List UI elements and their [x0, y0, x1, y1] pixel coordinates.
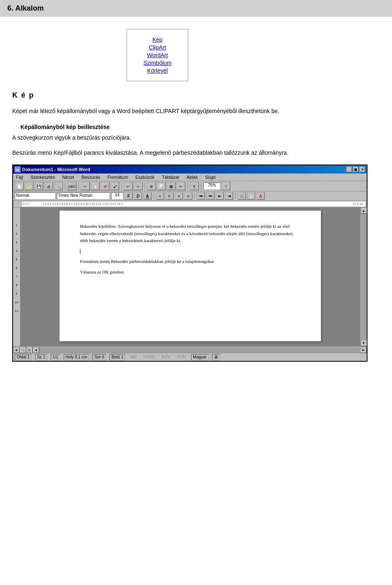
bottom-scrollbar: ■ □ ⊡ ◄ ►: [13, 346, 367, 353]
word-icon: W: [15, 167, 20, 172]
status-sz: Sz 1: [35, 354, 47, 360]
menu-nezet[interactable]: Nézet: [61, 174, 76, 180]
menu-formatum[interactable]: Formátum: [106, 174, 129, 180]
format-painter-button[interactable]: 🖌: [110, 182, 119, 190]
step1-text: A szövegkurzort vigyük a beszúrás pozíci…: [12, 133, 380, 142]
spell-check-button[interactable]: ABC: [67, 182, 76, 190]
menu-szerkesztes[interactable]: Szerkesztés: [29, 174, 56, 180]
menu-fajl[interactable]: Fájl: [15, 174, 24, 180]
status-hely: Hely 8,1 cm: [64, 354, 89, 360]
horizontal-ruler: ·2·1·1· 1·1·2·1·3·1·4·1·5·1·6·1·7·1·8·1·…: [13, 201, 367, 207]
paste-button[interactable]: 📌: [100, 182, 109, 190]
cursor: [80, 249, 80, 254]
print-preview-button[interactable]: 🔍: [54, 182, 63, 190]
decrease-indent-button[interactable]: ⇤: [216, 192, 224, 200]
numbering-button[interactable]: ≔: [197, 192, 205, 200]
italic-button[interactable]: D: [134, 192, 142, 200]
web-view-button[interactable]: ⊡: [26, 347, 33, 353]
fmt-sep-1: [154, 193, 154, 199]
align-left-button[interactable]: ≡: [156, 192, 164, 200]
align-right-button[interactable]: ≡: [175, 192, 183, 200]
undo-button[interactable]: ↩: [124, 182, 133, 190]
menu-kep[interactable]: Kép: [143, 36, 172, 43]
highlight-button[interactable]: ▲: [247, 192, 255, 200]
menu-beszuras[interactable]: Beszúrás: [80, 174, 101, 180]
word-menu-bar: Fájl Szerkesztés Nézet Beszúrás Formátum…: [13, 173, 367, 181]
cut-button[interactable]: ✂: [81, 182, 90, 190]
normal-view-button[interactable]: ■: [13, 347, 20, 353]
page-view-button[interactable]: □: [20, 347, 26, 353]
doc-area: 1 2 3 4 5 6 7 8 9 10 11 Bekezdés kijelöl…: [13, 207, 367, 346]
new-button[interactable]: 📄: [15, 182, 24, 190]
status-oldal: Oldal 1: [15, 354, 32, 360]
menu-clipart[interactable]: ClipArt: [143, 44, 172, 51]
maximize-button[interactable]: ▣: [353, 167, 359, 172]
drawing-button[interactable]: ✏: [176, 182, 185, 190]
save-button[interactable]: 💾: [34, 182, 43, 190]
menu-szimbolum[interactable]: Szimbólum: [143, 60, 172, 66]
main-content: Kép ClipArt WordArt Szimbólum Körlevél K…: [0, 17, 392, 374]
ruler-inner: ·2·1·1· 1·1·2·1·3·1·4·1·5·1·6·1·7·1·8·1·…: [22, 202, 365, 207]
status-indicator: 🖥: [212, 354, 220, 360]
menu-eszkozok[interactable]: Eszközök: [134, 174, 156, 180]
print-button[interactable]: 🖨: [44, 182, 53, 190]
bold-button[interactable]: F: [125, 192, 133, 200]
status-atir: ÁTÍR: [175, 354, 188, 360]
font-size-dropdown[interactable]: 14: [111, 192, 123, 200]
status-bov: BŐV: [160, 354, 172, 360]
justify-button[interactable]: ≡: [184, 192, 192, 200]
h-scroll-track[interactable]: [39, 347, 360, 353]
title-bar-buttons: _ ▣ ✕: [346, 167, 365, 172]
underline-button[interactable]: A: [143, 192, 151, 200]
menu-tablazat[interactable]: Táblázat: [160, 174, 180, 180]
border-button[interactable]: □: [238, 192, 246, 200]
increase-indent-button[interactable]: ⇥: [225, 192, 233, 200]
redo-button[interactable]: ↪: [134, 182, 143, 190]
fmt-sep-3: [235, 193, 236, 199]
toolbar-sep-1: [65, 182, 65, 190]
status-sor: Sor 6: [92, 354, 106, 360]
style-dropdown[interactable]: Normál: [15, 192, 56, 200]
word-window: W Dokumentum1 - Microsoft Word _ ▣ ✕ Fáj…: [12, 165, 368, 362]
fmt-sep-2: [194, 193, 195, 199]
doc-page: Bekezdés kijelölése: Szövegkurzort helye…: [60, 211, 321, 341]
toolbar-sep-4: [145, 182, 145, 190]
left-ruler: 1 2 3 4 5 6 7 8 9 10 11: [13, 207, 20, 346]
show-para-button[interactable]: ¶: [190, 182, 199, 190]
columns-button[interactable]: ▦: [167, 182, 176, 190]
scroll-right-button[interactable]: ►: [360, 347, 367, 353]
help-button[interactable]: ?: [221, 182, 230, 190]
scroll-left-button[interactable]: ◄: [33, 347, 39, 353]
align-center-button[interactable]: ≡: [165, 192, 174, 200]
menu-ablak[interactable]: Ablak: [185, 174, 199, 180]
insert-excel-button[interactable]: 📊: [157, 182, 166, 190]
font-color-button[interactable]: A: [256, 192, 265, 200]
menu-wordart[interactable]: WordArt: [143, 52, 172, 58]
page-header: 6. Alkalom: [0, 0, 392, 17]
section-heading: K é p: [12, 91, 380, 100]
doc-paragraph-3: Válassza az OK gombot.: [80, 269, 301, 276]
status-korr: KORR: [142, 354, 157, 360]
bullets-button[interactable]: ≔: [206, 192, 214, 200]
close-button[interactable]: ✕: [359, 167, 365, 172]
copy-button[interactable]: 📋: [91, 182, 100, 190]
doc-paragraph-2: Formátum menü Bekezdés párbeszédablakban…: [80, 258, 301, 265]
zoom-control[interactable]: 75%: [203, 182, 220, 190]
page-title: 6. Alkalom: [7, 4, 385, 13]
menu-korlevel[interactable]: Körlevél: [143, 67, 172, 74]
title-bar-text: Dokumentum1 - Microsoft Word: [22, 167, 90, 172]
minimize-button[interactable]: _: [346, 167, 352, 172]
font-dropdown[interactable]: Times New Roman: [57, 192, 110, 200]
scroll-track[interactable]: [361, 214, 367, 340]
view-buttons: ■ □ ⊡: [13, 347, 33, 353]
insert-table-button[interactable]: ⊞: [147, 182, 156, 190]
menu-sugo[interactable]: Súgó: [204, 174, 217, 180]
scroll-down-button[interactable]: ▼: [361, 340, 367, 346]
scroll-up-button[interactable]: ▲: [361, 207, 367, 214]
open-button[interactable]: 📂: [24, 182, 33, 190]
status-page-of: 1/1: [51, 354, 60, 360]
status-mr: MR: [129, 354, 138, 360]
doc-scroll-area[interactable]: Bekezdés kijelölése: Szövegkurzort helye…: [20, 207, 360, 346]
right-scrollbar: ▲ ▼: [360, 207, 367, 346]
toolbar-sep-6: [201, 182, 201, 190]
